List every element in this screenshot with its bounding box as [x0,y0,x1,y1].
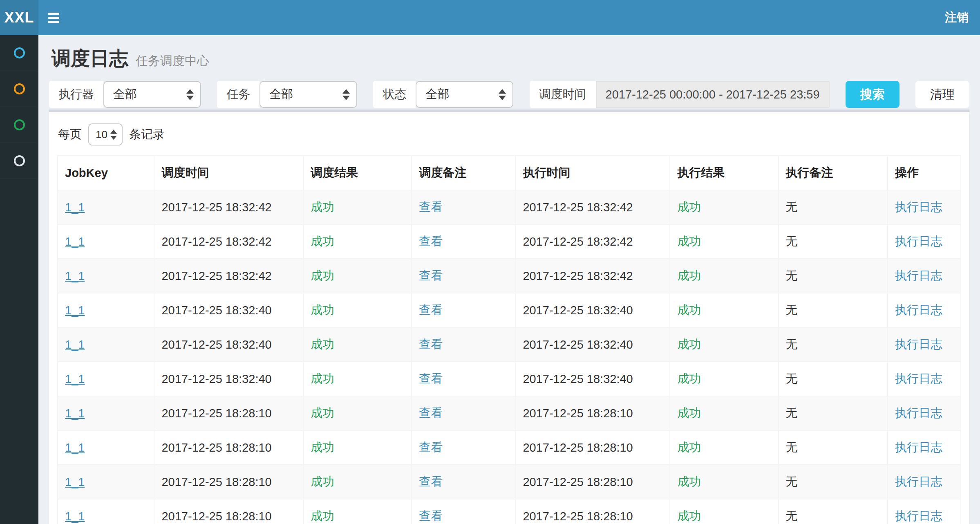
sidebar-toggle-button[interactable] [48,8,68,27]
handle-time-value: 2017-12-25 18:32:42 [523,201,633,214]
handle-msg-value: 无 [786,372,798,385]
column-header: 执行备注 [779,156,888,190]
select-arrows-icon [186,89,194,100]
column-header: 调度结果 [303,156,412,190]
trigger-msg-link[interactable]: 查看 [419,441,443,454]
handle-result-value: 成功 [677,406,701,419]
table-row: 1_1 2017-12-25 18:32:42 成功 查看 2017-12-25… [58,224,961,259]
page-size-control: 每页 10 条记录 [58,123,961,146]
job-select[interactable]: 全部 [260,81,357,108]
handle-msg-value: 无 [786,338,798,351]
column-header: 执行结果 [670,156,778,190]
circle-outline-icon [14,155,25,166]
handle-result-value: 成功 [677,200,701,213]
table-row: 1_1 2017-12-25 18:28:10 成功 查看 2017-12-25… [58,499,961,524]
logout-link[interactable]: 注销 [945,9,969,26]
sidebar [0,35,38,524]
status-select-value: 全部 [425,86,449,103]
trigger-time-range-input[interactable] [596,81,830,108]
handle-msg-value: 无 [786,200,798,213]
exec-log-link[interactable]: 执行日志 [895,475,942,488]
status-select[interactable]: 全部 [416,81,513,108]
handle-time-value: 2017-12-25 18:32:40 [523,304,633,317]
handle-time-value: 2017-12-25 18:32:40 [523,372,633,385]
table-row: 1_1 2017-12-25 18:32:40 成功 查看 2017-12-25… [58,293,961,327]
trigger-msg-link[interactable]: 查看 [419,303,443,316]
executor-select-value: 全部 [113,86,137,103]
exec-log-link[interactable]: 执行日志 [895,338,942,351]
log-panel: 每页 10 条记录 JobKey调度时间调度结果调度备注执行时间执行结果执行备注… [49,110,969,524]
exec-log-link[interactable]: 执行日志 [895,303,942,316]
trigger-msg-link[interactable]: 查看 [419,338,443,351]
navbar-main: 注销 [38,0,980,35]
jobkey-link[interactable]: 1_1 [65,510,85,523]
select-arrows-icon [499,89,506,100]
column-header: 调度时间 [154,156,303,190]
jobkey-link[interactable]: 1_1 [65,441,85,454]
table-row: 1_1 2017-12-25 18:32:42 成功 查看 2017-12-25… [58,259,961,293]
sidebar-item-menu-2[interactable] [0,71,38,107]
trigger-time-value: 2017-12-25 18:32:42 [161,235,271,248]
circle-outline-icon [14,47,25,58]
exec-log-link[interactable]: 执行日志 [895,509,942,522]
column-header: 调度备注 [412,156,515,190]
main-layout: 调度日志 任务调度中心 执行器 全部 任务 全部 [0,35,980,524]
trigger-msg-link[interactable]: 查看 [419,235,443,248]
trigger-msg-link[interactable]: 查看 [419,269,443,282]
jobkey-link[interactable]: 1_1 [65,201,85,214]
sidebar-item-menu-3[interactable] [0,107,38,143]
exec-log-link[interactable]: 执行日志 [895,372,942,385]
jobkey-link[interactable]: 1_1 [65,372,85,385]
trigger-result-value: 成功 [311,441,334,454]
handle-result-value: 成功 [677,509,701,522]
exec-log-link[interactable]: 执行日志 [895,235,942,248]
sidebar-item-menu-4[interactable] [0,143,38,179]
handle-msg-value: 无 [786,509,798,522]
jobkey-link[interactable]: 1_1 [65,235,85,248]
page-subtitle: 任务调度中心 [136,53,209,69]
jobkey-link[interactable]: 1_1 [65,407,85,420]
top-navbar: XXL 注销 [0,0,980,35]
app-logo[interactable]: XXL [0,0,38,35]
trigger-result-value: 成功 [311,338,334,351]
handle-msg-value: 无 [786,269,798,282]
table-header-row: JobKey调度时间调度结果调度备注执行时间执行结果执行备注操作 [58,156,961,190]
handle-msg-value: 无 [786,235,798,248]
handle-result-value: 成功 [677,303,701,316]
handle-result-value: 成功 [677,441,701,454]
exec-log-link[interactable]: 执行日志 [895,269,942,282]
handle-msg-value: 无 [786,475,798,488]
log-table: JobKey调度时间调度结果调度备注执行时间执行结果执行备注操作 1_1 201… [57,155,961,524]
executor-select[interactable]: 全部 [103,81,201,108]
search-button[interactable]: 搜索 [846,81,899,108]
clear-button[interactable]: 清理 [915,81,969,108]
trigger-msg-link[interactable]: 查看 [419,372,443,385]
jobkey-link[interactable]: 1_1 [65,269,85,282]
handle-time-value: 2017-12-25 18:32:40 [523,338,633,351]
handle-time-value: 2017-12-25 18:28:10 [523,475,633,488]
trigger-msg-link[interactable]: 查看 [419,475,443,488]
exec-log-link[interactable]: 执行日志 [895,406,942,419]
handle-msg-value: 无 [786,441,798,454]
column-header: 操作 [888,156,961,190]
trigger-result-value: 成功 [311,475,334,488]
jobkey-link[interactable]: 1_1 [65,475,85,488]
exec-log-link[interactable]: 执行日志 [895,200,942,213]
jobkey-link[interactable]: 1_1 [65,304,85,317]
trigger-msg-link[interactable]: 查看 [419,509,443,522]
page-size-select[interactable]: 10 [88,123,123,146]
trigger-msg-link[interactable]: 查看 [419,200,443,213]
handle-result-value: 成功 [677,235,701,248]
exec-log-link[interactable]: 执行日志 [895,441,942,454]
trigger-result-value: 成功 [311,509,334,522]
jobkey-link[interactable]: 1_1 [65,338,85,351]
sidebar-item-menu-1[interactable] [0,35,38,71]
column-header: 执行时间 [515,156,670,190]
job-select-value: 全部 [269,86,293,103]
main-content: 调度日志 任务调度中心 执行器 全部 任务 全部 [38,35,980,524]
trigger-msg-link[interactable]: 查看 [419,406,443,419]
trigger-time-value: 2017-12-25 18:32:42 [161,269,271,282]
handle-result-value: 成功 [677,269,701,282]
hamburger-icon [48,13,59,15]
job-filter-label: 任务 [217,81,260,108]
